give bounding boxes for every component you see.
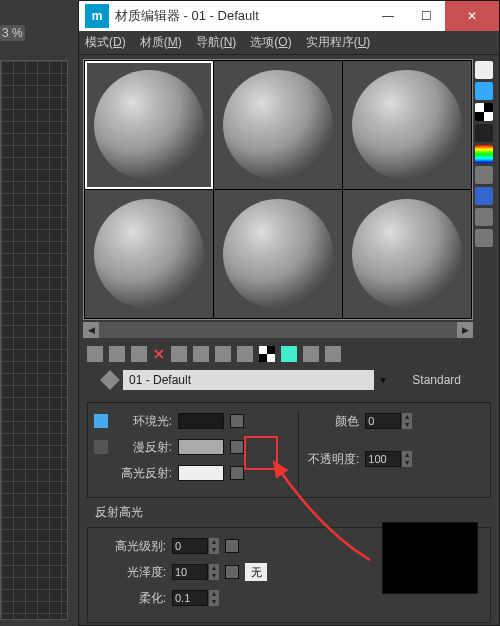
opacity-input[interactable] (365, 451, 401, 467)
ambient-label: 环境光: (114, 413, 172, 430)
none-button[interactable]: 无 (245, 563, 267, 581)
sphere-preview-icon (352, 70, 462, 180)
specular-highlights-label: 反射高光 (95, 504, 491, 521)
window-title: 材质编辑器 - 01 - Default (115, 7, 369, 25)
ambient-lock-icon[interactable] (94, 414, 108, 428)
highlight-curve-preview (382, 522, 478, 594)
show-end-result-icon[interactable] (281, 346, 297, 362)
specular-level-spinner[interactable]: ▲▼ (172, 538, 219, 554)
sample-slot-1[interactable] (85, 61, 213, 189)
options-icon[interactable] (475, 187, 493, 205)
glossiness-spinner[interactable]: ▲▼ (172, 564, 219, 580)
put-to-scene-icon[interactable] (109, 346, 125, 362)
background-icon[interactable] (475, 103, 493, 121)
go-forward-icon[interactable] (325, 346, 341, 362)
sphere-preview-icon (94, 70, 204, 180)
window-maximize-button[interactable]: ☐ (407, 1, 445, 31)
sample-slot-4[interactable] (85, 190, 213, 318)
make-preview-icon[interactable] (475, 166, 493, 184)
specular-level-label: 高光级别: (94, 538, 166, 555)
lower-toolbar: ✕ (79, 342, 499, 366)
viewport-grid[interactable] (0, 60, 68, 620)
material-id-icon[interactable] (237, 346, 253, 362)
scroll-right-icon[interactable]: ▶ (457, 322, 473, 338)
sample-type-icon[interactable] (475, 61, 493, 79)
viewport-coord-label: 3 % (0, 25, 25, 41)
glossiness-map-slot[interactable] (225, 565, 239, 579)
reset-map-icon[interactable]: ✕ (153, 346, 165, 362)
diffuse-label: 漫反射: (114, 439, 172, 456)
window-close-button[interactable]: ✕ (445, 1, 499, 31)
viewport-background: 3 % (0, 0, 80, 626)
ambient-color-swatch[interactable] (178, 413, 224, 429)
self-illum-spinner[interactable]: ▲▼ (365, 413, 412, 429)
select-by-material-icon[interactable] (475, 208, 493, 226)
specular-level-map-slot[interactable] (225, 539, 239, 553)
menubar: 模式(D) 材质(M) 导航(N) 选项(O) 实用程序(U) (79, 31, 499, 55)
sphere-preview-icon (223, 199, 333, 309)
specular-color-swatch[interactable] (178, 465, 224, 481)
video-color-icon[interactable] (475, 145, 493, 163)
material-type-button[interactable]: Standard (398, 371, 475, 389)
menu-navigation[interactable]: 导航(N) (196, 34, 237, 51)
specular-label: 高光反射: (114, 465, 172, 482)
soften-spinner[interactable]: ▲▼ (172, 590, 219, 606)
sample-slot-6[interactable] (343, 190, 471, 318)
backlight-icon[interactable] (475, 82, 493, 100)
sphere-preview-icon (94, 199, 204, 309)
glossiness-input[interactable] (172, 564, 208, 580)
self-illum-input[interactable] (365, 413, 401, 429)
menu-options[interactable]: 选项(O) (250, 34, 291, 51)
sample-slot-3[interactable] (343, 61, 471, 189)
sample-uv-icon[interactable] (475, 124, 493, 142)
specular-level-input[interactable] (172, 538, 208, 554)
ambient-map-slot[interactable] (230, 414, 244, 428)
window-minimize-button[interactable]: — (369, 1, 407, 31)
app-icon: m (85, 4, 109, 28)
menu-mode[interactable]: 模式(D) (85, 34, 126, 51)
diffuse-color-swatch[interactable] (178, 439, 224, 455)
make-unique-icon[interactable] (193, 346, 209, 362)
sample-slot-5[interactable] (214, 190, 342, 318)
sphere-preview-icon (352, 199, 462, 309)
material-map-nav-icon[interactable] (475, 229, 493, 247)
side-toolbar (473, 59, 495, 338)
soften-label: 柔化: (94, 590, 166, 607)
put-to-library-icon[interactable] (215, 346, 231, 362)
sample-slot-2[interactable] (214, 61, 342, 189)
go-to-parent-icon[interactable] (303, 346, 319, 362)
diffuse-lock-icon[interactable] (94, 440, 108, 454)
glossiness-label: 光泽度: (94, 564, 166, 581)
opacity-label: 不透明度: (307, 451, 359, 468)
pick-material-icon[interactable] (100, 370, 120, 390)
self-illum-color-label: 颜色 (307, 413, 359, 430)
menu-utilities[interactable]: 实用程序(U) (306, 34, 371, 51)
titlebar[interactable]: m 材质编辑器 - 01 - Default — ☐ ✕ (79, 1, 499, 31)
menu-material[interactable]: 材质(M) (140, 34, 182, 51)
get-material-icon[interactable] (87, 346, 103, 362)
assign-to-selection-icon[interactable] (131, 346, 147, 362)
diffuse-map-slot[interactable] (230, 440, 244, 454)
soften-input[interactable] (172, 590, 208, 606)
material-name-dropdown[interactable]: 01 - Default (123, 370, 374, 390)
scroll-left-icon[interactable]: ◀ (83, 322, 99, 338)
show-map-in-viewport-icon[interactable] (259, 346, 275, 362)
sample-slot-grid (83, 59, 473, 320)
make-copy-icon[interactable] (171, 346, 187, 362)
sample-hscrollbar[interactable]: ◀ ▶ (83, 322, 473, 338)
sphere-preview-icon (223, 70, 333, 180)
opacity-spinner[interactable]: ▲▼ (365, 451, 412, 467)
specular-map-slot[interactable] (230, 466, 244, 480)
